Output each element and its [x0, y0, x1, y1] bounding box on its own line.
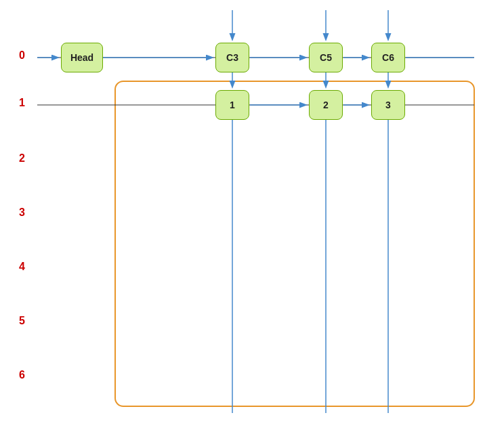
node-c5: C5 — [309, 43, 343, 72]
node-c6: C6 — [371, 43, 405, 72]
node-head: Head — [61, 43, 103, 72]
node-2: 2 — [309, 90, 343, 120]
diagram-container: 0 1 2 3 4 5 6 — [0, 0, 504, 432]
node-c3: C3 — [215, 43, 249, 72]
orange-boundary-rect — [115, 81, 474, 406]
node-3: 3 — [371, 90, 405, 120]
node-1: 1 — [215, 90, 249, 120]
